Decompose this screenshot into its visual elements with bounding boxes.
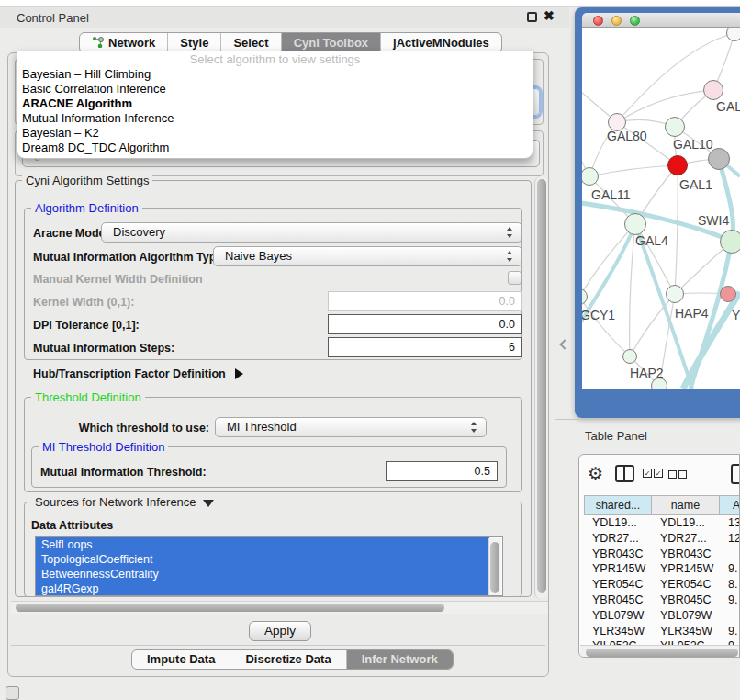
table-row[interactable]: YBR045CYBR045C9. (584, 593, 740, 608)
network-window-titlebar[interactable] (582, 13, 740, 28)
table-row[interactable]: YBL079WYBL079W (584, 608, 740, 624)
cell-value[interactable]: 9. (720, 624, 740, 639)
attribute-item-selected[interactable]: BetweennessCentrality (36, 567, 489, 581)
table-row[interactable]: YBR043CYBR043C (584, 547, 740, 562)
tab-cyni-toolbox[interactable]: Cyni Toolbox (282, 33, 381, 52)
cell-shared-name[interactable]: YPR145W (584, 561, 652, 577)
settings-horizontal-scrollbar[interactable] (11, 601, 548, 614)
cell-shared-name[interactable]: YDR27... (584, 531, 652, 547)
dropdown-item[interactable]: Bayesian – K2 (17, 126, 533, 141)
dropdown-item[interactable]: Basic Correlation Inference (17, 82, 533, 96)
cyni-bottom-tabbar: Impute Data Discretize Data Infer Networ… (131, 649, 454, 670)
attributes-scrollbar-thumb[interactable] (490, 542, 499, 593)
dpi-tolerance-field[interactable]: 0.0 (328, 314, 522, 334)
cell-shared-name[interactable]: YBL079W (584, 608, 652, 624)
tab-jactivemnodules[interactable]: jActiveMNodules (381, 33, 501, 52)
table-header-row: shared... name A (584, 495, 740, 515)
node-label-gal1: GAL1 (679, 177, 712, 192)
mi-algorithm-type-combobox[interactable]: Naive Bayes (213, 246, 522, 266)
table-row[interactable]: YLR345WYLR345W9. (584, 624, 740, 639)
column-layout-icon[interactable] (615, 465, 634, 482)
network-node-gal4[interactable] (624, 213, 646, 235)
attribute-item-selected[interactable]: TopologicalCoefficient (36, 552, 489, 567)
cell-name[interactable]: YPR145W (652, 561, 720, 577)
attribute-item-selected[interactable]: SelfLoops (36, 537, 489, 552)
zoom-window-icon[interactable] (630, 16, 640, 26)
cell-name[interactable]: YDR27... (652, 531, 720, 547)
tab-style[interactable]: Style (168, 33, 221, 52)
cell-shared-name[interactable]: YLR345W (584, 624, 652, 639)
network-node-gal10[interactable] (665, 117, 685, 137)
cell-shared-name[interactable]: YBR043C (584, 547, 652, 562)
network-node-salmon[interactable] (720, 286, 736, 302)
cell-name[interactable]: YDL19... (652, 515, 720, 531)
cell-name[interactable]: YER054C (652, 577, 720, 593)
tab-impute-data[interactable]: Impute Data (132, 650, 230, 669)
attributes-scrollbar[interactable] (488, 538, 501, 596)
network-node-gal7[interactable] (703, 80, 723, 100)
attribute-item-selected[interactable]: gal4RGexp (36, 581, 489, 596)
pane-resize-handle[interactable] (559, 339, 569, 349)
table-row[interactable]: YDL19...YDL19...13 (584, 515, 740, 531)
tab-discretize-data[interactable]: Discretize Data (230, 650, 346, 669)
manual-kernel-width-checkbox[interactable] (508, 271, 521, 285)
dropdown-item[interactable]: Bayesian – Hill Climbing (17, 67, 533, 82)
table-horizontal-scrollbar[interactable] (580, 645, 740, 658)
tab-infer-network[interactable]: Infer Network (347, 650, 453, 669)
cell-value[interactable]: 9. (720, 593, 740, 608)
dropdown-item[interactable]: Mutual Information Inference (17, 111, 533, 126)
settings-vertical-scrollbar[interactable] (534, 176, 548, 599)
cell-value[interactable]: 8. (720, 577, 740, 593)
which-threshold-combobox[interactable]: MI Threshold (215, 417, 487, 437)
float-panel-icon[interactable] (527, 12, 537, 22)
network-node-swi4[interactable] (720, 230, 740, 254)
close-window-icon[interactable] (593, 16, 603, 26)
export-table-icon[interactable] (731, 464, 740, 484)
apply-button[interactable]: Apply (249, 621, 311, 641)
cell-shared-name[interactable]: YBR045C (584, 593, 652, 608)
close-panel-icon[interactable]: ✖ (544, 8, 555, 23)
column-header-name[interactable]: name (652, 495, 720, 515)
dropdown-item[interactable]: Dream8 DC_TDC Algorithm (17, 141, 533, 155)
network-node-hap4[interactable] (666, 285, 684, 303)
cell-value[interactable] (720, 547, 740, 562)
settings-vertical-scrollbar-thumb[interactable] (537, 179, 546, 593)
column-header-partial[interactable]: A (720, 495, 740, 515)
table-row[interactable]: YER054CYER054C8. (584, 577, 740, 593)
cell-name[interactable]: YLR345W (652, 624, 720, 639)
table-row[interactable]: YDR27...YDR27...12 (584, 531, 740, 547)
network-node[interactable] (726, 28, 740, 41)
aracne-mode-combobox[interactable]: Discovery (101, 222, 522, 243)
deselect-all-columns-icon[interactable] (668, 470, 687, 479)
select-all-columns-icon[interactable]: ✓✓ (643, 469, 663, 478)
cell-name[interactable]: YBR043C (652, 547, 720, 562)
sources-legend[interactable]: Sources for Network Inference (31, 495, 218, 509)
minimize-window-icon[interactable] (611, 16, 622, 26)
mi-threshold-field[interactable]: 0.5 (386, 461, 498, 481)
cell-name[interactable]: YBL079W (652, 608, 720, 624)
network-node-gal1[interactable] (667, 155, 688, 175)
cell-name[interactable]: YBR045C (652, 593, 720, 608)
hub-definition-toggle[interactable]: Hub/Transcription Factor Definition (33, 367, 243, 380)
cell-value[interactable] (720, 608, 740, 624)
gear-icon[interactable]: ⚙ (588, 463, 603, 484)
cell-shared-name[interactable]: YDL19... (584, 515, 652, 531)
tab-select[interactable]: Select (221, 33, 281, 52)
cell-value[interactable]: 9. (720, 561, 740, 577)
network-canvas[interactable]: GAL7 GAL80 GAL10 GAL1 GAL11 GAL4 SWI4 GC… (582, 28, 740, 389)
kernel-width-field[interactable]: 0.0 (328, 291, 522, 311)
mi-steps-label: Mutual Information Steps: (33, 342, 174, 355)
tab-network[interactable]: Network (80, 33, 168, 52)
bottom-corner-icon[interactable] (6, 686, 19, 700)
mi-steps-field[interactable]: 6 (328, 337, 522, 357)
cell-value[interactable]: 12 (720, 531, 740, 547)
table-horizontal-scrollbar-thumb[interactable] (586, 649, 738, 657)
column-header-shared-name[interactable]: shared... (584, 495, 652, 515)
settings-horizontal-scrollbar-thumb[interactable] (16, 604, 444, 612)
cell-value[interactable]: 13 (720, 515, 740, 531)
network-node-hap2[interactable] (622, 349, 637, 364)
cell-shared-name[interactable]: YER054C (584, 577, 652, 593)
table-row[interactable]: YPR145WYPR145W9. (584, 561, 740, 577)
data-attributes-label: Data Attributes (31, 519, 113, 532)
dropdown-item-selected[interactable]: ARACNE Algorithm (17, 96, 533, 111)
